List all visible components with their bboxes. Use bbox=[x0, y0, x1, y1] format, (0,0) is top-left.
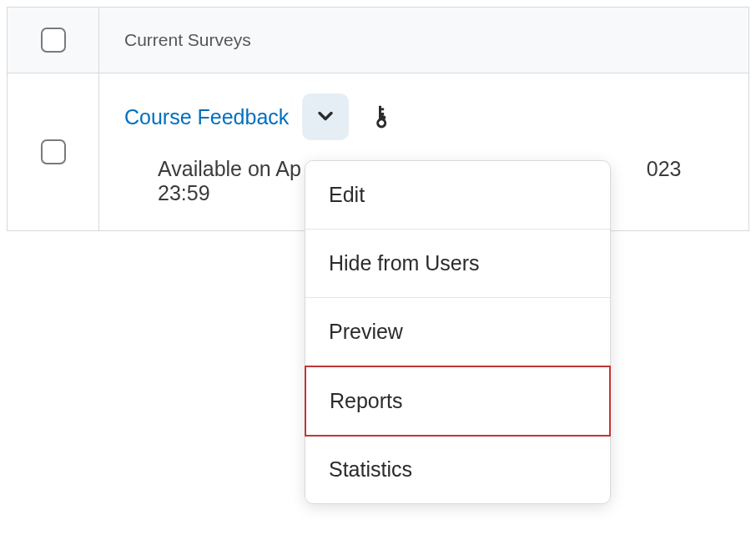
row-checkbox[interactable] bbox=[41, 139, 66, 164]
select-all-checkbox[interactable] bbox=[41, 28, 66, 53]
menu-item-reports[interactable]: Reports bbox=[305, 366, 611, 437]
survey-actions-menu: Edit Hide from Users Preview Reports Sta… bbox=[305, 160, 611, 504]
menu-item-preview[interactable]: Preview bbox=[305, 298, 610, 366]
column-header-label: Current Surveys bbox=[124, 30, 251, 50]
column-header-current-surveys: Current Surveys bbox=[99, 8, 748, 73]
row-checkbox-cell bbox=[8, 73, 99, 230]
survey-link[interactable]: Course Feedback bbox=[124, 105, 289, 129]
availability-prefix: Available on Ap bbox=[158, 157, 301, 180]
survey-actions-button[interactable] bbox=[302, 93, 349, 140]
key-icon bbox=[364, 102, 394, 132]
menu-item-edit[interactable]: Edit bbox=[305, 161, 610, 230]
survey-title-row: Course Feedback bbox=[124, 93, 723, 140]
select-all-cell bbox=[8, 8, 99, 73]
menu-item-statistics[interactable]: Statistics bbox=[305, 436, 610, 503]
table-header-row: Current Surveys bbox=[8, 8, 748, 73]
menu-item-hide-from-users[interactable]: Hide from Users bbox=[305, 230, 610, 298]
chevron-down-icon bbox=[314, 104, 337, 130]
